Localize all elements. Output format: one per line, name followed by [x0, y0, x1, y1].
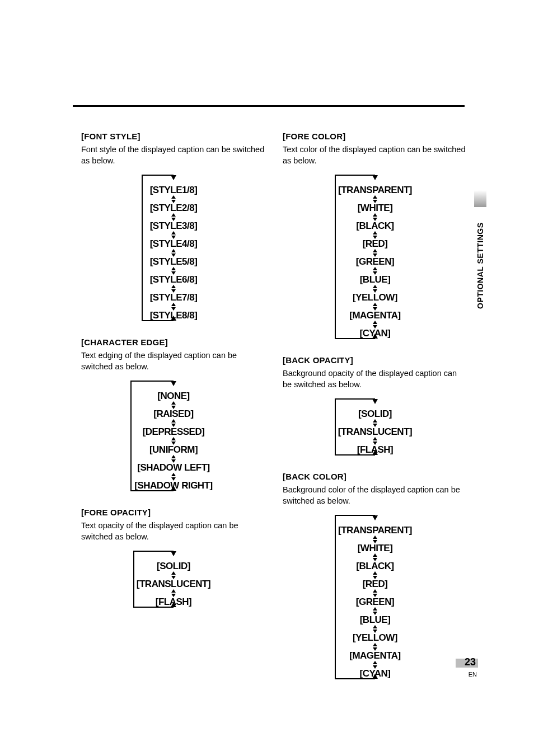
- svg-marker-6: [171, 231, 176, 234]
- cycle-option: [NONE]: [129, 391, 218, 402]
- svg-marker-50: [373, 321, 377, 324]
- svg-marker-22: [171, 437, 176, 440]
- settings-section: [FORE OPACITY]Text opacity of the displa…: [81, 508, 266, 608]
- updown-icon: [372, 661, 378, 669]
- right-column: [FORE COLOR]Text color of the displayed …: [283, 132, 467, 696]
- cycle-option: [FLASH]: [132, 597, 216, 608]
- cycle-option: [DEPRESSED]: [129, 426, 218, 438]
- updown-icon: [372, 267, 378, 275]
- updown-icon: [372, 536, 378, 543]
- cycle-diagram: [NONE][RAISED][DEPRESSED][UNIFORM][SHADO…: [129, 380, 218, 492]
- section-description: Text opacity of the displayed caption ca…: [81, 520, 266, 542]
- cycle-option: [WHITE]: [333, 203, 417, 214]
- svg-marker-8: [171, 249, 176, 252]
- updown-icon: [171, 285, 176, 293]
- cycle-option: [BLUE]: [333, 614, 417, 626]
- cycle-option: [TRANSLUCENT]: [132, 579, 216, 590]
- page-number-bg: 23: [456, 659, 478, 668]
- cycle-option: [STYLE2/8]: [140, 203, 207, 214]
- svg-marker-20: [171, 419, 176, 422]
- section-description: Background color of the displayed captio…: [283, 485, 467, 506]
- updown-icon: [171, 249, 176, 257]
- language-code: EN: [456, 671, 478, 678]
- cycle-option: [BLACK]: [333, 220, 417, 232]
- svg-marker-44: [373, 267, 377, 270]
- cycle-option: [RED]: [333, 238, 417, 250]
- cycle-option: [BLUE]: [333, 274, 417, 285]
- updown-icon: [372, 231, 378, 239]
- svg-marker-4: [171, 213, 176, 217]
- cycle-option: [WHITE]: [333, 543, 417, 554]
- cycle-diagram: [TRANSPARENT][WHITE][BLACK][RED][GREEN][…: [333, 174, 417, 340]
- svg-marker-2: [171, 195, 176, 199]
- section-tab: OPTIONAL SETTINGS: [474, 207, 486, 325]
- updown-icon: [171, 401, 176, 409]
- updown-icon: [171, 303, 176, 311]
- svg-marker-60: [373, 536, 377, 539]
- page-number: 23: [465, 656, 476, 668]
- svg-marker-68: [373, 607, 377, 611]
- cycle-option: [CYAN]: [333, 328, 417, 339]
- cycle-option: [GREEN]: [333, 256, 417, 267]
- updown-icon: [171, 419, 176, 427]
- section-heading: [BACK COLOR]: [283, 472, 467, 481]
- svg-marker-54: [373, 419, 377, 422]
- updown-icon: [372, 249, 378, 257]
- cycle-option: [MAGENTA]: [333, 650, 417, 661]
- updown-icon: [372, 571, 378, 579]
- updown-icon: [372, 213, 378, 221]
- settings-section: [BACK OPACITY]Background opacity of the …: [283, 355, 467, 456]
- updown-icon: [171, 571, 176, 579]
- svg-marker-40: [373, 231, 377, 234]
- svg-marker-46: [373, 285, 377, 288]
- svg-marker-74: [373, 661, 377, 664]
- cycle-diagram: [STYLE1/8][STYLE2/8][STYLE3/8][STYLE4/8]…: [140, 174, 207, 322]
- svg-marker-18: [171, 401, 176, 405]
- updown-icon: [171, 267, 176, 275]
- cycle-option: [STYLE3/8]: [140, 220, 207, 232]
- svg-marker-26: [171, 473, 176, 476]
- updown-icon: [372, 437, 378, 445]
- updown-icon: [372, 625, 378, 633]
- cycle-option: [RED]: [333, 579, 417, 590]
- settings-section: [CHARACTER EDGE]Text edging of the displ…: [81, 337, 266, 492]
- cycle-option: [STYLE6/8]: [140, 274, 207, 285]
- section-heading: [BACK OPACITY]: [283, 355, 467, 365]
- tab-gradient: [474, 190, 486, 207]
- updown-icon: [372, 321, 378, 328]
- updown-icon: [171, 589, 176, 597]
- updown-icon: [171, 213, 176, 221]
- svg-marker-10: [171, 267, 176, 270]
- svg-marker-56: [373, 437, 377, 440]
- cycle-diagram: [TRANSPARENT][WHITE][BLACK][RED][GREEN][…: [333, 514, 417, 680]
- cycle-option: [TRANSPARENT]: [333, 525, 417, 536]
- cycle-option: [STYLE1/8]: [140, 185, 207, 196]
- cycle-option: [GREEN]: [333, 597, 417, 608]
- cycle-option: [STYLE4/8]: [140, 238, 207, 250]
- svg-marker-42: [373, 249, 377, 252]
- svg-marker-64: [373, 571, 377, 575]
- cycle-option: [STYLE7/8]: [140, 292, 207, 303]
- cycle-option: [SOLID]: [132, 561, 216, 572]
- updown-icon: [372, 607, 378, 615]
- cycle-option: [MAGENTA]: [333, 310, 417, 321]
- cycle-option: [CYAN]: [333, 668, 417, 679]
- svg-marker-38: [373, 213, 377, 217]
- updown-icon: [372, 195, 378, 203]
- svg-marker-48: [373, 303, 377, 306]
- svg-marker-12: [171, 285, 176, 288]
- cycle-option: [FLASH]: [333, 444, 417, 456]
- updown-icon: [171, 455, 176, 463]
- cycle-option: [UNIFORM]: [129, 444, 218, 456]
- svg-marker-32: [171, 589, 176, 593]
- cycle-option: [BLACK]: [333, 561, 417, 572]
- cycle-option: [TRANSLUCENT]: [333, 426, 417, 438]
- section-heading: [FONT STYLE]: [81, 132, 266, 141]
- svg-marker-72: [373, 643, 377, 646]
- settings-section: [FONT STYLE]Font style of the displayed …: [81, 132, 266, 322]
- tab-label: OPTIONAL SETTINGS: [474, 207, 486, 325]
- section-description: Background opacity of the displayed capt…: [283, 368, 467, 390]
- cycle-option: [STYLE5/8]: [140, 256, 207, 267]
- updown-icon: [372, 589, 378, 597]
- updown-icon: [372, 553, 378, 561]
